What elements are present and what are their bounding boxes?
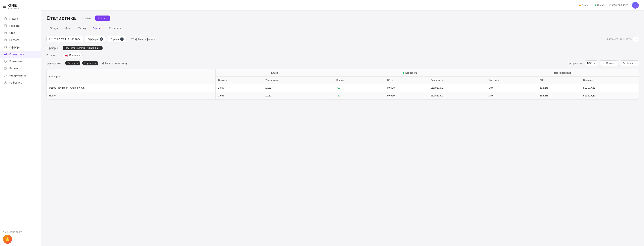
conversions-icon [4, 60, 7, 63]
subtab-general[interactable]: Общая [46, 25, 62, 32]
date-range-filter[interactable]: 01.07.2024 - 01.08.2024 [46, 36, 83, 42]
creo-icon [4, 31, 7, 35]
add-row-button[interactable]: + [86, 87, 88, 89]
sidebar-item-offers[interactable]: Офферы [0, 44, 41, 51]
sidebar-nav: Главная Новости Creo [0, 13, 41, 229]
active-offers-filter: Офферы: Play Bison | Android / IOS (1583… [46, 46, 639, 50]
sidebar-item-tools[interactable]: Инструменты [0, 72, 41, 79]
sidebar-item-services[interactable]: Services [0, 36, 41, 44]
referrals-icon [4, 81, 7, 84]
sidebar-item-billing[interactable]: Биллинг [0, 65, 41, 72]
home-icon [4, 17, 7, 20]
filter-icon [131, 38, 134, 41]
grouping-row: группировка: Оффер × Партнер × + Добавит… [46, 60, 639, 66]
manager-section: ВАШ МЕНЕДЖЕР ⭐ [0, 229, 41, 246]
tools-icon [4, 74, 7, 77]
country-filter[interactable]: Страна 1 [108, 36, 126, 42]
sidebar-item-news-label: Новости [9, 24, 20, 27]
sidebar-item-statistics[interactable]: Статистика [0, 51, 41, 58]
sidebar-item-news[interactable]: Новости [0, 22, 41, 29]
status-dot-yellow [579, 4, 581, 6]
sidebar-item-offers-label: Офферы [9, 46, 20, 49]
subtab-offer[interactable]: Оффер [89, 25, 106, 32]
sub-tabs: Общая День Месяц Оффер Рефералы [46, 25, 639, 32]
sidebar-item-billing-label: Биллинг [9, 67, 20, 70]
sidebar-item-home[interactable]: Главная [0, 15, 41, 22]
status-dot-green [594, 4, 596, 6]
svg-point-22 [624, 63, 624, 64]
add-group-button[interactable]: + Добавить группировку [100, 62, 128, 64]
sidebar-item-statistics-label: Статистика [9, 53, 24, 56]
country-filter-badge: 1 [120, 37, 124, 41]
status-1: Статус 1 [579, 4, 591, 6]
offers-filter-badge: 1 [100, 37, 103, 41]
tab-general[interactable]: Общий [95, 15, 110, 21]
topbar-phone: +1 (000) 000-00-00 [609, 4, 628, 6]
tab-gaming[interactable]: Гейминг [79, 15, 95, 21]
svg-rect-14 [4, 68, 6, 69]
svg-rect-10 [4, 54, 5, 55]
page-header: Статистика Гейминг Общий [46, 15, 639, 21]
col-clicks-header: Клики [271, 72, 278, 74]
remove-group-offer[interactable]: × [76, 62, 78, 65]
add-filter-button[interactable]: Добавить фильтр [128, 36, 158, 42]
billing-icon [4, 67, 7, 70]
refresh-button[interactable] [633, 36, 639, 42]
subtab-day[interactable]: День [62, 25, 74, 32]
status-2: Онлайн [594, 4, 605, 6]
menu-icon[interactable] [3, 5, 6, 8]
svg-point-16 [5, 82, 6, 83]
offers-filter[interactable]: Офферы 1 [85, 36, 106, 42]
services-icon [4, 38, 7, 42]
sidebar: ONE PARTNERS Главная Новости [0, 0, 41, 246]
sidebar-item-creo[interactable]: Creo [0, 29, 41, 36]
table-row: #1583 Play Bison | Android / IOS + 2 007… [47, 84, 638, 92]
svg-point-13 [4, 60, 6, 62]
sidebar-item-conversions[interactable]: Конверсии [0, 58, 41, 65]
header-tabs: Гейминг Общий [79, 15, 110, 21]
subtab-referrals[interactable]: Рефералы [106, 25, 126, 32]
main-content: Статус 1 Онлайн +1 (000) 000-00-00 U Ста… [41, 0, 644, 246]
svg-point-17 [6, 82, 7, 82]
page-title: Статистика [46, 15, 76, 21]
sidebar-item-creo-label: Creo [9, 31, 15, 34]
news-icon [4, 24, 7, 27]
sidebar-item-home-label: Главная [9, 17, 19, 20]
remove-offer-tag[interactable]: × [99, 47, 100, 50]
statistics-icon [4, 53, 7, 56]
remove-group-partner[interactable]: × [94, 62, 96, 65]
poland-flag: 🇵🇱 [65, 54, 68, 57]
export-icon [602, 62, 605, 64]
country-tag: 🇵🇱 Польша × [62, 53, 82, 58]
topbar-avatar: U [632, 2, 639, 8]
svg-rect-12 [6, 53, 6, 55]
remove-country-tag[interactable]: × [79, 54, 80, 57]
page: Статистика Гейминг Общий Общая День Меся… [41, 11, 644, 246]
chevron-down-icon [593, 62, 596, 64]
columns-button[interactable]: Колонки [620, 60, 639, 66]
table-total-row: Всего: 2 007 1 132 787 69,52% $12 817,61… [47, 92, 638, 100]
subtab-month[interactable]: Месяц [74, 25, 89, 32]
col-offer-header: Оффер [49, 75, 58, 78]
col-all-conversions-header: Все конверсии [554, 72, 571, 74]
group-tag-partner: Партнер × [82, 61, 98, 65]
refresh-section: Обновлено: 1 мин. назад [606, 36, 639, 42]
refresh-icon [635, 38, 637, 40]
currency-selector[interactable]: USD [585, 60, 598, 66]
sidebar-item-tools-label: Инструменты [9, 74, 26, 77]
sidebar-item-conversions-label: Конверсии [9, 60, 22, 63]
col-conversions-header: Конверсии [405, 72, 418, 74]
date-range-value: 01.07.2024 - 01.08.2024 [54, 38, 80, 41]
sidebar-item-services-label: Services [9, 38, 20, 41]
filter-row: 01.07.2024 - 01.08.2024 Офферы 1 Страна … [46, 36, 639, 42]
sidebar-item-referrals[interactable]: Рефералы [0, 79, 41, 86]
export-button[interactable]: Экспорт [600, 60, 618, 66]
offer-tag: Play Bison | Android / IOS (1583) × [62, 46, 103, 50]
active-country-filter: Страна: 🇵🇱 Польша × [46, 53, 639, 58]
group-tag-offer: Оффер × [65, 61, 80, 65]
sidebar-header: ONE PARTNERS [0, 0, 41, 13]
topbar: Статус 1 Онлайн +1 (000) 000-00-00 U [41, 0, 644, 11]
svg-rect-11 [5, 54, 6, 55]
logo: ONE PARTNERS [8, 3, 19, 9]
statistics-table: Оффер ▼ Клики Конверсии Все конверсии [46, 69, 639, 100]
